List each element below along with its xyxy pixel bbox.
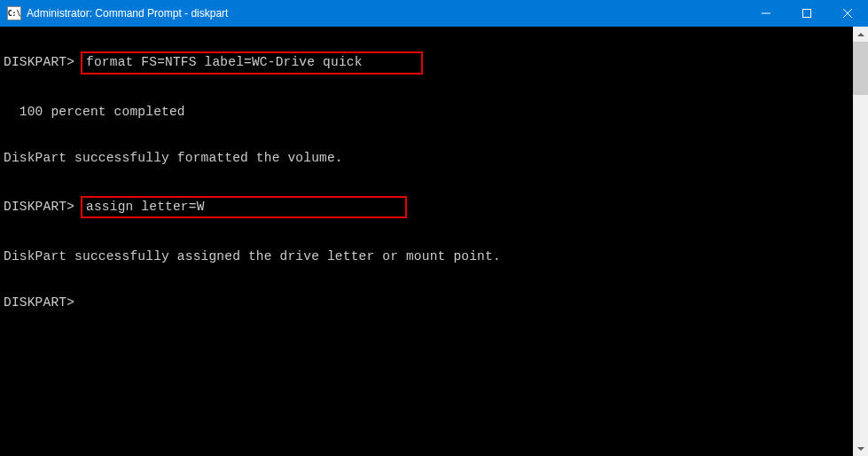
maximize-button[interactable] bbox=[786, 0, 827, 27]
window-controls bbox=[746, 0, 868, 27]
chevron-down-icon bbox=[857, 447, 864, 451]
cmd-icon: C:\ bbox=[7, 6, 21, 20]
prompt: DISKPART> bbox=[4, 295, 74, 310]
terminal-output[interactable]: DISKPART> format FS=NTFS label=WC-Drive … bbox=[0, 27, 868, 456]
minimize-button[interactable] bbox=[746, 0, 786, 27]
terminal-line: 100 percent completed bbox=[4, 103, 864, 121]
highlighted-command: format FS=NTFS label=WC-Drive quick bbox=[81, 51, 423, 74]
titlebar[interactable]: C:\ Administrator: Command Prompt - disk… bbox=[0, 0, 868, 27]
terminal-line: DISKPART> bbox=[4, 294, 864, 311]
prompt: DISKPART> bbox=[4, 55, 74, 69]
terminal-line: DISKPART> assign letter=W bbox=[4, 196, 864, 218]
scrollbar-thumb[interactable] bbox=[853, 42, 868, 95]
chevron-up-icon bbox=[857, 33, 864, 36]
terminal-line: DiskPart successfully formatted the volu… bbox=[4, 149, 864, 167]
highlighted-command: assign letter=W bbox=[81, 196, 407, 218]
vertical-scrollbar[interactable] bbox=[853, 27, 868, 456]
svg-rect-1 bbox=[803, 10, 811, 18]
prompt: DISKPART> bbox=[4, 200, 74, 214]
terminal-line: DISKPART> format FS=NTFS label=WC-Drive … bbox=[4, 51, 864, 74]
terminal-line: DiskPart successfully assigned the drive… bbox=[4, 248, 864, 265]
scroll-down-button[interactable] bbox=[853, 441, 868, 456]
scroll-up-button[interactable] bbox=[853, 27, 868, 42]
scrollbar-track[interactable] bbox=[853, 42, 868, 441]
close-button[interactable] bbox=[827, 0, 868, 27]
window-title: Administrator: Command Prompt - diskpart bbox=[27, 7, 746, 20]
